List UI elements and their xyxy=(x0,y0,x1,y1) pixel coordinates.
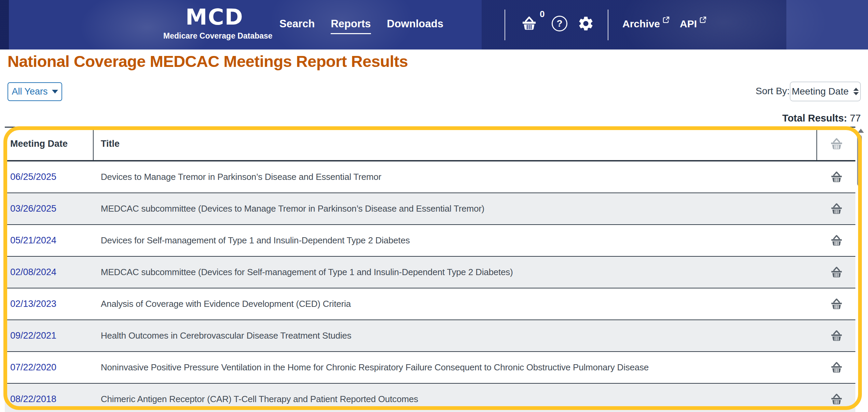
basket-icon xyxy=(830,266,843,279)
archive-label: Archive xyxy=(622,18,660,30)
title-cell: Noninvasive Positive Pressure Ventilatio… xyxy=(94,352,817,383)
meeting-date-cell: 08/22/2018 xyxy=(5,384,94,412)
table-row: 02/13/2023 Analysis of Coverage with Evi… xyxy=(5,288,856,320)
basket-icon xyxy=(829,137,844,151)
table-row: 08/22/2018 Chimeric Antigen Receptor (CA… xyxy=(5,384,856,412)
basket-icon xyxy=(830,361,843,374)
add-to-basket-button[interactable] xyxy=(817,352,856,383)
page-title: National Coverage MEDCAC Meetings Report… xyxy=(8,52,408,71)
archive-link[interactable]: Archive xyxy=(622,18,670,30)
nav-reports[interactable]: Reports xyxy=(331,18,371,34)
basket-icon xyxy=(830,297,843,311)
basket-icon xyxy=(830,170,843,184)
title-cell: MEDCAC subcommittee (Devices for Self-ma… xyxy=(94,257,817,288)
basket-icon[interactable] xyxy=(521,15,538,32)
nav-downloads[interactable]: Downloads xyxy=(387,18,443,34)
sort-by-value: Meeting Date xyxy=(792,86,849,97)
meeting-date-link[interactable]: 09/22/2021 xyxy=(10,330,56,341)
basket-icon xyxy=(830,234,843,247)
meeting-date-link[interactable]: 02/08/2024 xyxy=(10,267,56,278)
meeting-date-cell: 02/13/2023 xyxy=(5,288,94,319)
mcd-logo[interactable]: MCD Medicare Coverage Database xyxy=(163,3,266,41)
table-row: 05/21/2024 Devices for Self-management o… xyxy=(5,225,856,257)
add-to-basket-button[interactable] xyxy=(817,320,856,351)
vertical-scrollbar[interactable] xyxy=(855,127,866,412)
column-header-basket[interactable] xyxy=(817,128,856,160)
year-filter-label: All Years xyxy=(12,86,47,97)
table-row: 09/22/2021 Health Outcomes in Cerebrovas… xyxy=(5,320,856,352)
title-cell: Devices to Manage Tremor in Parkinson’s … xyxy=(94,161,817,193)
add-to-basket-button[interactable] xyxy=(817,161,856,193)
meeting-date-link[interactable]: 06/25/2025 xyxy=(10,172,56,182)
meeting-date-link[interactable]: 03/26/2025 xyxy=(10,203,56,214)
column-header-meeting-date[interactable]: Meeting Date xyxy=(5,128,94,160)
scrollbar-thumb[interactable] xyxy=(857,135,862,186)
meeting-date-cell: 07/22/2020 xyxy=(5,352,94,383)
top-navbar: MCD Medicare Coverage Database Search Re… xyxy=(0,0,868,49)
table-header-row: Meeting Date Title xyxy=(5,128,856,161)
nav-divider xyxy=(505,10,505,40)
meeting-date-cell: 09/22/2021 xyxy=(5,320,94,351)
table-row: 06/25/2025 Devices to Manage Tremor in P… xyxy=(5,161,856,193)
logo-subtitle: Medicare Coverage Database xyxy=(163,31,266,41)
meeting-date-cell: 06/25/2025 xyxy=(5,161,94,193)
meeting-date-link[interactable]: 05/21/2024 xyxy=(10,235,56,246)
total-results: Total Results: 77 xyxy=(782,113,861,124)
results-table: Meeting Date Title 06/25/2025 Devices to… xyxy=(5,127,856,412)
sort-arrows-icon xyxy=(853,88,859,95)
meeting-date-cell: 03/26/2025 xyxy=(5,193,94,224)
title-cell: Devices for Self-management of Type 1 an… xyxy=(94,225,817,256)
basket-icon xyxy=(830,393,843,406)
column-header-title[interactable]: Title xyxy=(94,128,817,160)
sort-by-select[interactable]: Meeting Date xyxy=(790,82,861,101)
basket-icon xyxy=(830,202,843,216)
external-link-icon xyxy=(662,16,670,24)
logo-title: MCD xyxy=(163,3,266,31)
main-nav: Search Reports Downloads xyxy=(279,18,443,34)
title-cell: Health Outcomes in Cerebrovascular Disea… xyxy=(94,320,817,351)
gear-icon[interactable] xyxy=(577,15,594,32)
scroll-up-arrow-icon[interactable] xyxy=(858,129,864,133)
total-results-label: Total Results: xyxy=(782,113,847,124)
basket-count-badge: 0 xyxy=(540,9,545,19)
table-body: 06/25/2025 Devices to Manage Tremor in P… xyxy=(5,161,856,412)
title-cell: Chimeric Antigen Receptor (CAR) T-Cell T… xyxy=(94,384,817,412)
api-link[interactable]: API xyxy=(680,18,707,30)
meeting-date-cell: 05/21/2024 xyxy=(5,225,94,256)
api-label: API xyxy=(680,18,697,30)
table-row: 03/26/2025 MEDCAC subcommittee (Devices … xyxy=(5,193,856,225)
meeting-date-link[interactable]: 07/22/2020 xyxy=(10,362,56,373)
table-row: 07/22/2020 Noninvasive Positive Pressure… xyxy=(5,352,856,384)
meeting-date-link[interactable]: 08/22/2018 xyxy=(10,394,56,404)
add-to-basket-button[interactable] xyxy=(817,384,856,412)
add-to-basket-button[interactable] xyxy=(817,193,856,224)
nav-divider xyxy=(608,10,608,40)
meeting-date-cell: 02/08/2024 xyxy=(5,257,94,288)
meeting-date-link[interactable]: 02/13/2023 xyxy=(10,299,56,309)
total-results-value: 77 xyxy=(850,113,861,124)
sort-by-label: Sort By: xyxy=(756,86,790,97)
title-cell: MEDCAC subcommittee (Devices to Manage T… xyxy=(94,193,817,224)
basket-icon xyxy=(830,329,843,343)
external-link-icon xyxy=(699,16,707,24)
add-to-basket-button[interactable] xyxy=(817,288,856,319)
add-to-basket-button[interactable] xyxy=(817,257,856,288)
table-row: 02/08/2024 MEDCAC subcommittee (Devices … xyxy=(5,257,856,288)
nav-search[interactable]: Search xyxy=(279,18,315,34)
title-cell: Analysis of Coverage with Evidence Devel… xyxy=(94,288,817,319)
year-filter-dropdown[interactable]: All Years xyxy=(8,82,62,101)
help-glyph: ? xyxy=(556,18,562,29)
help-icon[interactable]: ? xyxy=(552,16,567,31)
add-to-basket-button[interactable] xyxy=(817,225,856,256)
chevron-down-icon xyxy=(52,90,58,94)
